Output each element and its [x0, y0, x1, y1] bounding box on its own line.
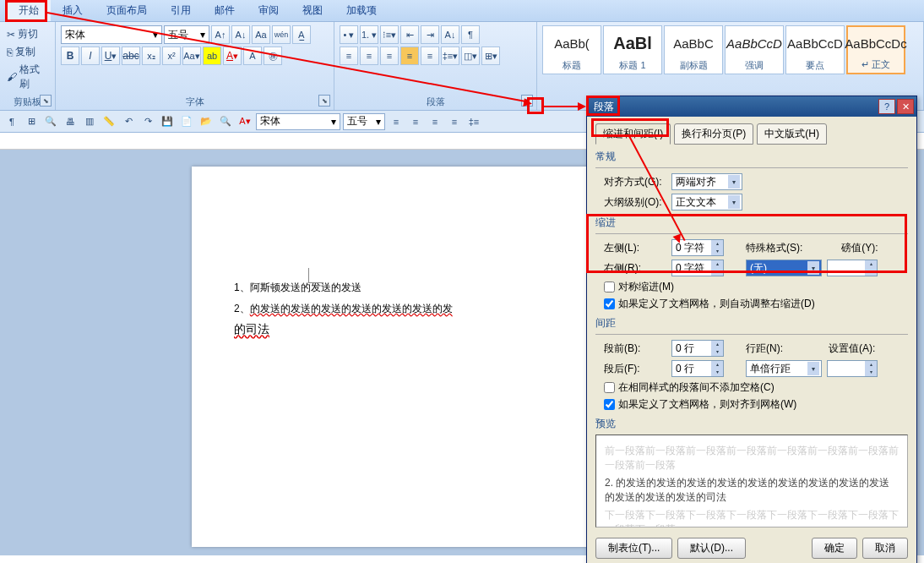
- before-label: 段前(B):: [604, 342, 666, 356]
- superscript-button[interactable]: x²: [162, 46, 181, 65]
- underline-button[interactable]: U▾: [101, 46, 120, 65]
- style-强调[interactable]: AaBbCcD强调: [725, 25, 784, 74]
- qat-align-right[interactable]: ≡: [427, 113, 443, 130]
- strike-button[interactable]: abc: [122, 46, 140, 65]
- qat-column-button[interactable]: ▥: [81, 113, 98, 130]
- align-center-button[interactable]: ≡: [360, 46, 378, 65]
- after-spinner[interactable]: 0 行▴▾: [671, 360, 724, 377]
- highlight-button[interactable]: ab: [203, 46, 221, 65]
- dialog-tab-asian[interactable]: 中文版式(H): [757, 123, 827, 145]
- right-spinner[interactable]: 0 字符▴▾: [671, 260, 724, 276]
- chevron-down-icon: ▾: [153, 29, 158, 41]
- tab-ref[interactable]: 引用: [159, 0, 203, 21]
- copy-button[interactable]: ⎘复制: [5, 43, 50, 61]
- align-justify-button[interactable]: ≡: [400, 46, 419, 65]
- tabs-button[interactable]: 制表位(T)...: [595, 538, 672, 559]
- multilevel-button[interactable]: ⁝≡▾: [380, 25, 399, 44]
- section-preview: 预览: [595, 417, 908, 431]
- font-color-button[interactable]: A▾: [223, 46, 242, 65]
- qat-find-button[interactable]: 🔍: [217, 113, 234, 130]
- dialog-tab-page[interactable]: 换行和分页(P): [674, 123, 753, 145]
- tab-home[interactable]: 开始: [7, 0, 51, 21]
- special-select[interactable]: (无)▾: [746, 260, 822, 276]
- style-↵ 正文[interactable]: AaBbCcDc↵ 正文: [846, 25, 905, 74]
- snap-grid-checkbox[interactable]: 如果定义了文档网格，则对齐到网格(W): [595, 397, 908, 412]
- qat-grid-button[interactable]: ⊞: [23, 113, 40, 130]
- by-label: 磅值(Y):: [841, 241, 878, 255]
- phonetic-button[interactable]: wén: [272, 25, 291, 44]
- style-要点[interactable]: AaBbCcD要点: [785, 25, 845, 74]
- align-right-button[interactable]: ≡: [380, 46, 399, 65]
- qat-size-select[interactable]: 五号▾: [343, 113, 385, 130]
- bullets-button[interactable]: • ▾: [340, 25, 358, 44]
- tab-addins[interactable]: 加载项: [334, 0, 389, 21]
- qat-zoom-button[interactable]: 🔍: [42, 113, 59, 130]
- alignment-select[interactable]: 两端对齐▾: [671, 173, 742, 190]
- clear-format-button[interactable]: Aa: [252, 25, 270, 44]
- style-标题[interactable]: AaBb(标题: [542, 25, 601, 74]
- scissors-icon: ✂: [7, 29, 15, 41]
- qat-redo-button[interactable]: ↷: [139, 113, 156, 130]
- shading-button[interactable]: ◫▾: [461, 46, 480, 65]
- close-button[interactable]: ✕: [897, 99, 914, 114]
- help-button[interactable]: ?: [878, 99, 895, 114]
- sort-button[interactable]: A↓: [441, 25, 459, 44]
- qat-para-button[interactable]: ¶: [3, 113, 20, 130]
- tab-mail[interactable]: 邮件: [203, 0, 247, 21]
- font-launcher[interactable]: ⬊: [318, 95, 330, 107]
- right-label: 右侧(R):: [604, 261, 666, 276]
- linespace-select[interactable]: 单倍行距▾: [746, 360, 822, 377]
- ok-button[interactable]: 确定: [812, 538, 857, 559]
- qat-save-button[interactable]: 💾: [159, 113, 176, 130]
- no-space-checkbox[interactable]: 在相同样式的段落间不添加空格(C): [595, 380, 908, 395]
- style-副标题[interactable]: AaBbC副标题: [664, 25, 723, 74]
- cut-button[interactable]: ✂剪切: [5, 25, 50, 43]
- preview-box: 前一段落前一段落前一段落前一段落前一段落前一段落前一段落前一段落前一段落 2. …: [595, 435, 908, 527]
- format-painter-button[interactable]: 🖌格式刷: [5, 61, 50, 93]
- cancel-button[interactable]: 取消: [862, 538, 908, 559]
- style-标题 1[interactable]: AaBl标题 1: [603, 25, 662, 74]
- mirror-checkbox[interactable]: 对称缩进(M): [595, 280, 908, 294]
- by-spinner[interactable]: ▴▾: [827, 260, 878, 276]
- clipboard-launcher[interactable]: ⬊: [40, 95, 52, 107]
- tab-review[interactable]: 审阅: [247, 0, 291, 21]
- section-indent: 缩进: [595, 216, 908, 230]
- qat-font-select[interactable]: 宋体▾: [256, 113, 340, 130]
- auto-indent-checkbox[interactable]: 如果定义了文档网格，则自动调整右缩进(D): [595, 297, 908, 311]
- increase-indent-button[interactable]: ⇥: [421, 25, 439, 44]
- qat-align-center[interactable]: ≡: [407, 113, 424, 130]
- line-spacing-button[interactable]: ‡≡▾: [441, 46, 459, 65]
- grow-font-button[interactable]: A↑: [211, 25, 230, 44]
- qat-highlight-button[interactable]: A▾: [236, 113, 253, 130]
- align-left-button[interactable]: ≡: [340, 46, 358, 65]
- qat-undo-button[interactable]: ↶: [120, 113, 137, 130]
- change-case-button[interactable]: Aa▾: [182, 46, 201, 65]
- borders-button[interactable]: ⊞▾: [481, 46, 500, 65]
- decrease-indent-button[interactable]: ⇤: [400, 25, 419, 44]
- tab-view[interactable]: 视图: [291, 0, 334, 21]
- margin-corner: [308, 268, 323, 283]
- border-button[interactable]: A̲: [292, 25, 311, 44]
- at-spinner[interactable]: ▴▾: [827, 360, 878, 377]
- before-spinner[interactable]: 0 行▴▾: [671, 340, 724, 357]
- bold-button[interactable]: B: [61, 46, 79, 65]
- qat-line-space[interactable]: ‡≡: [465, 113, 482, 130]
- subscript-button[interactable]: x₂: [142, 46, 160, 65]
- default-button[interactable]: 默认(D)...: [677, 538, 746, 559]
- shrink-font-button[interactable]: A↓: [231, 25, 250, 44]
- align-distribute-button[interactable]: ≡: [421, 46, 439, 65]
- qat-print-button[interactable]: 🖶: [62, 113, 79, 130]
- font-group: 宋体▾ 五号▾ A↑ A↓ Aa wén A̲ B I U▾ abc x₂ x²…: [56, 22, 334, 110]
- qat-align-left[interactable]: ≡: [388, 113, 405, 130]
- italic-button[interactable]: I: [81, 46, 100, 65]
- outline-select[interactable]: 正文文本▾: [671, 194, 742, 210]
- outline-label: 大纲级别(O):: [604, 195, 666, 210]
- show-marks-button[interactable]: ¶: [461, 25, 480, 44]
- qat-ruler-button[interactable]: 📏: [101, 113, 117, 130]
- qat-open-button[interactable]: 📂: [198, 113, 215, 130]
- font-name-select[interactable]: 宋体▾: [61, 25, 162, 44]
- numbering-button[interactable]: 1. ▾: [360, 25, 378, 44]
- qat-new-button[interactable]: 📄: [178, 113, 195, 130]
- tab-layout[interactable]: 页面布局: [95, 0, 159, 21]
- qat-align-justify[interactable]: ≡: [446, 113, 463, 130]
